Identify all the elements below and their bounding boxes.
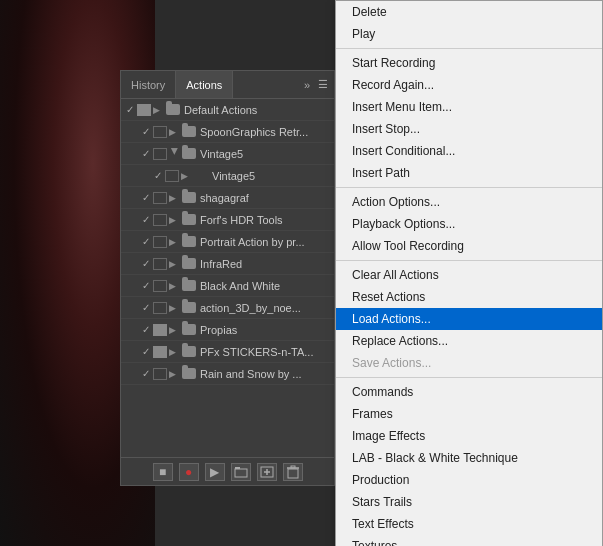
collapse-icon[interactable]: » xyxy=(302,77,312,93)
action-name: Portrait Action by pr... xyxy=(200,236,332,248)
expand-arrow[interactable]: ▶ xyxy=(169,347,181,357)
expand-arrow[interactable]: ▶ xyxy=(169,303,181,313)
menu-item-load-actions[interactable]: Load Actions... xyxy=(336,308,602,330)
folder-icon xyxy=(181,234,197,250)
toggle-square[interactable] xyxy=(153,192,167,204)
expand-arrow[interactable]: ▶ xyxy=(169,325,181,335)
menu-divider xyxy=(336,48,602,49)
delete-button[interactable] xyxy=(283,463,303,481)
menu-item-textures[interactable]: Textures xyxy=(336,535,602,546)
toggle-square[interactable] xyxy=(153,346,167,358)
toggle-square[interactable] xyxy=(137,104,151,116)
folder-icon xyxy=(165,102,181,118)
toggle-square[interactable] xyxy=(153,302,167,314)
check-mark: ✓ xyxy=(139,324,153,335)
list-item[interactable]: ✓ ▶ Vintage5 xyxy=(121,143,334,165)
list-item[interactable]: ✓ ▶ action_3D_by_noe... xyxy=(121,297,334,319)
list-item[interactable]: ✓ ▶ Rain and Snow by ... xyxy=(121,363,334,385)
list-item[interactable]: ✓ ▶ Black And White xyxy=(121,275,334,297)
menu-item-play[interactable]: Play xyxy=(336,23,602,45)
toggle-square[interactable] xyxy=(153,258,167,270)
menu-item-allow-tool-recording[interactable]: Allow Tool Recording xyxy=(336,235,602,257)
menu-item-stars-trails[interactable]: Stars Trails xyxy=(336,491,602,513)
menu-item-delete[interactable]: Delete xyxy=(336,1,602,23)
menu-item-production[interactable]: Production xyxy=(336,469,602,491)
action-icon xyxy=(193,168,209,184)
action-name: Forf's HDR Tools xyxy=(200,214,332,226)
folder-icon xyxy=(181,124,197,140)
toggle-square[interactable] xyxy=(153,368,167,380)
check-mark: ✓ xyxy=(139,280,153,291)
menu-item-replace-actions[interactable]: Replace Actions... xyxy=(336,330,602,352)
svg-rect-1 xyxy=(235,467,240,469)
list-item[interactable]: ✓ ▶ Propias xyxy=(121,319,334,341)
check-mark: ✓ xyxy=(139,214,153,225)
list-item[interactable]: ✓ ▶ Vintage5 xyxy=(121,165,334,187)
menu-item-insert-stop[interactable]: Insert Stop... xyxy=(336,118,602,140)
record-button[interactable]: ● xyxy=(179,463,199,481)
folder-icon xyxy=(181,300,197,316)
menu-item-insert-conditional[interactable]: Insert Conditional... xyxy=(336,140,602,162)
expand-arrow[interactable]: ▶ xyxy=(170,148,180,160)
expand-arrow[interactable]: ▶ xyxy=(169,281,181,291)
actions-panel: History Actions » ☰ ✓ ▶ Default Actions … xyxy=(120,70,335,486)
action-name: Propias xyxy=(200,324,332,336)
expand-arrow[interactable]: ▶ xyxy=(181,171,193,181)
list-item[interactable]: ✓ ▶ PFx STICKERS-n-TA... xyxy=(121,341,334,363)
toggle-square[interactable] xyxy=(153,280,167,292)
folder-icon xyxy=(181,190,197,206)
tab-actions[interactable]: Actions xyxy=(176,71,233,98)
expand-arrow[interactable]: ▶ xyxy=(153,105,165,115)
new-set-button[interactable] xyxy=(231,463,251,481)
action-name: Vintage5 xyxy=(200,148,332,160)
list-item[interactable]: ✓ ▶ SpoonGraphics Retr... xyxy=(121,121,334,143)
list-item[interactable]: ✓ ▶ InfraRed xyxy=(121,253,334,275)
play-button[interactable]: ▶ xyxy=(205,463,225,481)
menu-item-clear-actions[interactable]: Clear All Actions xyxy=(336,264,602,286)
menu-item-action-options[interactable]: Action Options... xyxy=(336,191,602,213)
list-item[interactable]: ✓ ▶ Forf's HDR Tools xyxy=(121,209,334,231)
action-name: Rain and Snow by ... xyxy=(200,368,332,380)
expand-arrow[interactable]: ▶ xyxy=(169,369,181,379)
action-name: PFx STICKERS-n-TA... xyxy=(200,346,332,358)
menu-item-playback-options[interactable]: Playback Options... xyxy=(336,213,602,235)
stop-button[interactable]: ■ xyxy=(153,463,173,481)
svg-rect-0 xyxy=(235,469,247,477)
expand-arrow[interactable]: ▶ xyxy=(169,237,181,247)
menu-item-lab-bw[interactable]: LAB - Black & White Technique xyxy=(336,447,602,469)
check-mark: ✓ xyxy=(139,148,153,159)
expand-arrow[interactable]: ▶ xyxy=(169,127,181,137)
menu-item-reset-actions[interactable]: Reset Actions xyxy=(336,286,602,308)
action-name: Black And White xyxy=(200,280,332,292)
expand-arrow[interactable]: ▶ xyxy=(169,215,181,225)
action-name: action_3D_by_noe... xyxy=(200,302,332,314)
toggle-square[interactable] xyxy=(165,170,179,182)
menu-item-insert-path[interactable]: Insert Path xyxy=(336,162,602,184)
new-action-button[interactable] xyxy=(257,463,277,481)
menu-item-commands[interactable]: Commands xyxy=(336,381,602,403)
menu-item-insert-menu[interactable]: Insert Menu Item... xyxy=(336,96,602,118)
actions-list: ✓ ▶ Default Actions ✓ ▶ SpoonGraphics Re… xyxy=(121,99,334,457)
tab-history[interactable]: History xyxy=(121,71,176,98)
list-item[interactable]: ✓ ▶ Portrait Action by pr... xyxy=(121,231,334,253)
menu-item-start-recording[interactable]: Start Recording xyxy=(336,52,602,74)
toggle-square[interactable] xyxy=(153,214,167,226)
toggle-square[interactable] xyxy=(153,148,167,160)
toggle-square[interactable] xyxy=(153,236,167,248)
expand-arrow[interactable]: ▶ xyxy=(169,193,181,203)
toggle-square[interactable] xyxy=(153,126,167,138)
menu-icon[interactable]: ☰ xyxy=(316,76,330,93)
list-item[interactable]: ✓ ▶ shagagraf xyxy=(121,187,334,209)
menu-item-text-effects[interactable]: Text Effects xyxy=(336,513,602,535)
menu-item-frames[interactable]: Frames xyxy=(336,403,602,425)
menu-item-image-effects[interactable]: Image Effects xyxy=(336,425,602,447)
check-mark: ✓ xyxy=(139,236,153,247)
menu-divider xyxy=(336,187,602,188)
folder-icon xyxy=(181,344,197,360)
menu-item-record-again[interactable]: Record Again... xyxy=(336,74,602,96)
expand-arrow[interactable]: ▶ xyxy=(169,259,181,269)
check-mark: ✓ xyxy=(139,302,153,313)
action-name: Vintage5 xyxy=(212,170,332,182)
toggle-square[interactable] xyxy=(153,324,167,336)
list-item[interactable]: ✓ ▶ Default Actions xyxy=(121,99,334,121)
